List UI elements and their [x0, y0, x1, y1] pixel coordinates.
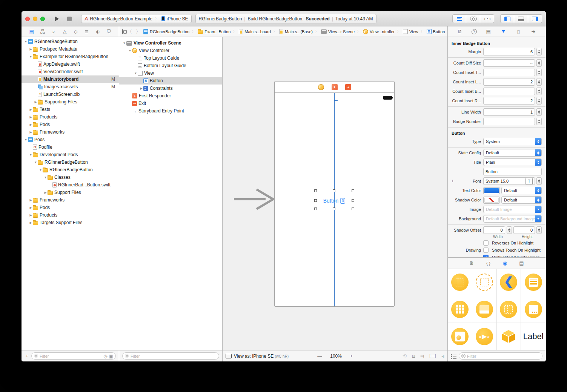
library-item-view[interactable] [448, 269, 472, 296]
object-library-icon[interactable]: ◉ [502, 260, 509, 267]
view-controller-scene[interactable]: 1 ⇥ [274, 81, 395, 307]
zoom-in-button[interactable]: + [350, 354, 353, 359]
disclosure-down-icon[interactable]: ▼ [34, 161, 38, 164]
library-item-scene-cube[interactable] [497, 323, 521, 350]
breadcrumb-item[interactable]: Exam...Button [198, 29, 230, 34]
toggle-debug-button[interactable] [514, 14, 528, 23]
align-icon[interactable]: ⫤ [420, 353, 424, 359]
disclosure-right-icon[interactable]: ▶ [29, 123, 33, 126]
disclosure-right-icon[interactable]: ▶ [29, 115, 33, 119]
stepper-control[interactable] [536, 78, 542, 86]
breadcrumb-item[interactable]: View...r Scene [321, 29, 355, 34]
disclosure-down-icon[interactable]: ▼ [38, 168, 43, 172]
toggle-navigator-button[interactable] [500, 14, 514, 23]
close-button[interactable] [25, 17, 30, 21]
related-items-icon[interactable] [122, 29, 123, 34]
view-as-button[interactable]: View as: iPhone SE (wC hR) [234, 354, 289, 359]
outline-row[interactable]: ▼View Controller [119, 47, 222, 54]
breakpoint-navigator-icon[interactable]: ⬖ [94, 28, 101, 35]
reverses-on-highlight-checkbox[interactable] [483, 240, 489, 246]
count-diff-size-field[interactable]: -- [483, 59, 535, 67]
type-dropdown[interactable]: System [483, 138, 542, 145]
toggle-utilities-button[interactable] [528, 14, 542, 23]
identity-inspector-icon[interactable]: ▤ [485, 28, 492, 35]
outline-row[interactable]: →Storyboard Entry Point [119, 107, 222, 115]
disclosure-right-icon[interactable]: ▶ [29, 206, 33, 209]
disclosure-down-icon[interactable]: ▼ [24, 40, 28, 43]
minimize-button[interactable] [33, 17, 37, 21]
selection-handle-ne[interactable] [352, 189, 354, 192]
scm-status-icon[interactable]: ▣ [109, 354, 113, 359]
library-item-player-view[interactable]: «▶» [472, 323, 497, 350]
stepper-control[interactable] [536, 59, 542, 67]
device-bar-icon[interactable] [226, 354, 232, 358]
zoom-button[interactable] [40, 17, 45, 21]
breadcrumb-item[interactable]: BButton [427, 29, 445, 34]
code-snippet-library-icon[interactable]: { } [485, 260, 492, 267]
stepper-control[interactable] [536, 177, 542, 185]
horizontal-constraint-line[interactable] [280, 202, 316, 202]
navigator-row[interactable]: Podfile [22, 143, 119, 151]
navigator-row[interactable]: ▶Podspec Metadata [22, 45, 119, 53]
library-view-mode-icon[interactable] [451, 354, 456, 358]
navigator-row[interactable]: AppDelegate.swift [22, 60, 119, 68]
background-combo[interactable]: Default Background Image [483, 215, 542, 223]
disclosure-down-icon[interactable]: ▼ [29, 55, 33, 58]
storyboard-canvas[interactable]: 1 ⇥ [223, 37, 447, 350]
highlighted-adjusts-image-checkbox[interactable]: ✓ [483, 255, 489, 257]
report-navigator-icon[interactable]: 🗨 [105, 28, 112, 35]
first-responder-icon[interactable]: 1 [332, 84, 338, 90]
selected-button[interactable]: Button 0 [323, 198, 345, 204]
file-template-library-icon[interactable]: 🗎 [469, 260, 475, 267]
zoom-out-button[interactable]: — [317, 354, 322, 359]
navigator-row[interactable]: ▼Classes [22, 174, 119, 181]
navigator-row[interactable]: RGInnerBad...Button.swift [22, 181, 119, 189]
project-navigator-icon[interactable]: ▤ [28, 28, 35, 35]
navigator-row[interactable]: LaunchScreen.xib [22, 91, 119, 98]
selection-handle-se[interactable] [352, 208, 354, 210]
title-dropdown[interactable]: Plain [483, 158, 542, 166]
navigator-filter-input[interactable]: Filter ◷ ▣ [31, 352, 116, 360]
attributes-inspector-icon[interactable]: ⯆ [500, 28, 507, 35]
color-well[interactable] [483, 187, 500, 194]
selection-handle-e[interactable] [352, 199, 354, 202]
stepper-control[interactable] [536, 97, 542, 105]
navigator-row[interactable]: ▼Development Pods [22, 151, 119, 158]
disclosure-down-icon[interactable]: ▼ [29, 153, 33, 157]
exit-icon[interactable]: ⇥ [345, 84, 351, 90]
disclosure-down-icon[interactable]: ▼ [128, 49, 132, 52]
outline-row[interactable]: Top Layout Guide [119, 54, 222, 62]
state-config-dropdown[interactable]: Default [483, 149, 542, 157]
outline-row[interactable]: ▼View [119, 69, 222, 77]
navigator-row[interactable]: ▶Frameworks [22, 196, 119, 204]
navigator-row[interactable]: ▶Pods [22, 121, 119, 128]
stepper-control[interactable] [536, 69, 542, 76]
view-canvas[interactable]: Button 0 [275, 93, 394, 306]
navigator-row[interactable]: ▶Targets Support Files [22, 219, 119, 226]
scheme-selector[interactable]: A RGInnerBadgeButton-Example 〉 iPhone SE [81, 15, 192, 23]
navigator-row[interactable]: ▼Pods [22, 136, 119, 143]
disclosure-down-icon[interactable]: ▼ [122, 42, 126, 45]
library-item-table-view[interactable] [521, 269, 545, 296]
outline-row[interactable]: Bottom Layout Guide [119, 62, 222, 69]
badge-number-field[interactable]: -- [483, 118, 535, 125]
font-field[interactable]: System 15.0T [483, 177, 535, 185]
selection-handle-nw[interactable] [314, 189, 317, 192]
disclosure-right-icon[interactable]: ▶ [139, 87, 143, 90]
breadcrumb-item[interactable]: View [403, 29, 418, 34]
test-navigator-icon[interactable]: ◇ [72, 28, 79, 35]
margin-field[interactable]: 6 [483, 48, 535, 55]
back-button[interactable]: 〈 [127, 28, 132, 35]
navigator-row[interactable]: Main.storyboardM [22, 75, 119, 83]
library-item-image-view[interactable] [448, 323, 472, 350]
add-button[interactable]: ＋ [25, 353, 29, 359]
shadow-offset-width-field[interactable]: 0 [483, 226, 505, 234]
stepper-control[interactable] [507, 226, 512, 234]
disclosure-right-icon[interactable]: ▶ [43, 191, 48, 194]
assistant-editor-button[interactable] [466, 14, 480, 23]
count-inset-l--field[interactable]: 2 [483, 78, 535, 86]
outline-filter-input[interactable]: Filter [122, 352, 219, 360]
library-item-label[interactable]: Label [521, 323, 545, 350]
library-filter-input[interactable]: Filter [459, 352, 542, 360]
media-library-icon[interactable]: ▤ [518, 260, 525, 267]
